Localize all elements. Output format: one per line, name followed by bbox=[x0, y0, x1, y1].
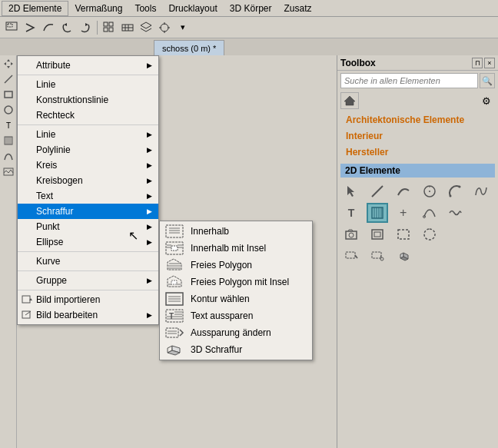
tool-spline[interactable] bbox=[470, 181, 492, 201]
svg-rect-4 bbox=[104, 22, 108, 26]
menu-item-ellipse[interactable]: Ellipse ▶ bbox=[18, 234, 158, 250]
toolbox-search-button[interactable]: 🔍 bbox=[480, 73, 495, 88]
menu-bar: 2D Elemente Vermaßung Tools Drucklayout … bbox=[0, 0, 498, 17]
bezier-icon bbox=[423, 206, 437, 220]
toolbar-btn-7[interactable] bbox=[119, 19, 136, 36]
tool-circle2[interactable] bbox=[419, 224, 440, 244]
toolbox-2d-header[interactable]: 2D Elemente bbox=[340, 164, 495, 178]
sidebar-icon-6[interactable] bbox=[2, 134, 15, 148]
tool-arc[interactable] bbox=[393, 181, 414, 201]
menu-vermabung[interactable]: Vermaßung bbox=[68, 2, 128, 15]
toolbar-btn-1[interactable] bbox=[3, 19, 20, 36]
svg-rect-81 bbox=[372, 230, 383, 239]
svg-point-88 bbox=[380, 257, 383, 261]
left-sidebar: T bbox=[0, 55, 17, 448]
toolbar-btn-5[interactable] bbox=[77, 19, 94, 36]
toolbar-btn-2[interactable] bbox=[22, 19, 38, 36]
submenu-item-innerhalb[interactable]: Innerhalb bbox=[160, 223, 312, 240]
text-aussparen-icon: T bbox=[164, 307, 184, 324]
toolbox-close-btn[interactable]: × bbox=[484, 58, 495, 68]
menu-item-konstruktionslinie[interactable]: Konstruktionslinie bbox=[18, 92, 158, 108]
submenu-item-freies-polygon[interactable]: Freies Polygon bbox=[160, 257, 312, 274]
tool-3d-box[interactable] bbox=[393, 246, 414, 266]
tool-circle[interactable] bbox=[419, 181, 440, 201]
menu-item-bild-bearbeiten[interactable]: Bild bearbeiten ▶ bbox=[18, 307, 158, 323]
menu-item-punkt[interactable]: Punkt ▶ bbox=[18, 219, 158, 234]
toolbar-btn-8[interactable] bbox=[138, 19, 154, 36]
arrow-icon-8: ▶ bbox=[147, 223, 152, 231]
sidebar-icon-4[interactable] bbox=[2, 103, 15, 117]
sidebar-icon-3[interactable] bbox=[2, 88, 15, 101]
submenu-item-innerhalb-mit-insel[interactable]: Innerhalb mit Insel bbox=[160, 240, 312, 257]
arrow-icon bbox=[24, 22, 36, 34]
toolbar-btn-3[interactable] bbox=[40, 19, 57, 36]
submenu-item-aussparung-andern[interactable]: Aussparung ändern bbox=[160, 324, 312, 341]
3d-schraffur-icon bbox=[164, 341, 184, 358]
toolbar-btn-4[interactable] bbox=[58, 19, 75, 36]
tool-arc2[interactable] bbox=[444, 181, 466, 201]
grid-icon bbox=[103, 22, 115, 34]
tool-label1[interactable] bbox=[340, 246, 362, 266]
menu-item-text[interactable]: Text ▶ bbox=[18, 188, 158, 204]
menu-item-bild-importieren[interactable]: Bild importieren bbox=[18, 292, 158, 307]
sidebar-icon-5[interactable]: T bbox=[2, 118, 15, 132]
section-architektonische[interactable]: Architektonische Elemente bbox=[340, 112, 495, 128]
menu-item-linie2[interactable]: Linie ▶ bbox=[18, 127, 158, 142]
menu-item-schraffur[interactable]: Schraffur ▶ bbox=[18, 204, 158, 219]
tool-frame[interactable] bbox=[367, 224, 388, 244]
toolbar-sep-1 bbox=[97, 21, 98, 35]
menu-drucklayout[interactable]: Drucklayout bbox=[162, 2, 223, 15]
curve2-icon bbox=[3, 151, 14, 161]
menu-item-rechteck[interactable]: Rechteck bbox=[18, 108, 158, 123]
toolbox-pin-btn[interactable]: ⊓ bbox=[472, 58, 483, 68]
sidebar-icon-7[interactable] bbox=[2, 149, 15, 163]
main-tab[interactable]: schoss (0 m) * bbox=[154, 40, 224, 55]
toolbox-gear-btn[interactable]: ⚙ bbox=[478, 92, 495, 109]
toolbar-btn-9[interactable] bbox=[156, 19, 173, 36]
menu-2d-elemente[interactable]: 2D Elemente bbox=[2, 1, 68, 16]
tool-dash-rect[interactable] bbox=[393, 224, 414, 244]
sidebar-icon-1[interactable] bbox=[2, 57, 15, 71]
tool-empty3 bbox=[470, 224, 492, 244]
svg-line-18 bbox=[5, 75, 12, 83]
submenu-item-3d-schraffur[interactable]: 3D Schraffur bbox=[160, 341, 312, 358]
tool-line[interactable] bbox=[367, 181, 388, 201]
tool-text[interactable]: T bbox=[340, 203, 362, 223]
section-interieur[interactable]: Interieur bbox=[340, 128, 495, 144]
menu-item-kurve[interactable]: Kurve bbox=[18, 254, 158, 269]
toolbox-search-input[interactable] bbox=[340, 73, 478, 88]
redo-icon bbox=[79, 22, 91, 34]
svg-rect-27 bbox=[22, 296, 30, 303]
menu-item-kreisbogen[interactable]: Kreisbogen ▶ bbox=[18, 173, 158, 188]
toolbox-title: Toolbox bbox=[340, 58, 376, 68]
menu-item-gruppe[interactable]: Gruppe ▶ bbox=[18, 273, 158, 288]
tool-label2[interactable] bbox=[367, 246, 388, 266]
tool-wave[interactable] bbox=[444, 203, 466, 223]
menu-item-linie1[interactable]: Linie bbox=[18, 77, 158, 92]
toolbox-home-btn[interactable] bbox=[340, 92, 359, 109]
tool-camera[interactable] bbox=[340, 224, 362, 244]
svg-rect-36 bbox=[171, 246, 178, 251]
tool-bezier[interactable] bbox=[419, 203, 440, 223]
menu-zusatz[interactable]: Zusatz bbox=[278, 2, 318, 15]
section-hersteller[interactable]: Hersteller bbox=[340, 144, 495, 160]
menu-item-kreis[interactable]: Kreis ▶ bbox=[18, 158, 158, 173]
camera-icon bbox=[344, 227, 358, 241]
submenu-item-kontur-wahlen[interactable]: Kontur wählen bbox=[160, 290, 312, 307]
menu-tools[interactable]: Tools bbox=[128, 2, 162, 15]
image-icon bbox=[3, 166, 14, 177]
tool-hatch[interactable] bbox=[367, 203, 388, 223]
tool-plus[interactable]: + bbox=[393, 203, 414, 223]
sidebar-icon-2[interactable] bbox=[2, 72, 15, 86]
menu-3d-korper[interactable]: 3D Körper bbox=[224, 2, 278, 15]
toolbar-btn-6[interactable] bbox=[101, 19, 118, 36]
submenu-item-freies-polygon-mit-insel[interactable]: Freies Polygon mit Insel bbox=[160, 274, 312, 290]
svg-rect-21 bbox=[5, 137, 12, 144]
submenu-item-text-aussparen[interactable]: T Text aussparen bbox=[160, 307, 312, 324]
menu-item-attribute[interactable]: Attribute ▶ bbox=[18, 58, 158, 73]
svg-rect-6 bbox=[104, 28, 108, 32]
sidebar-icon-8[interactable] bbox=[2, 164, 15, 178]
tool-pointer[interactable] bbox=[340, 181, 362, 201]
toolbar-btn-10[interactable]: ▾ bbox=[174, 19, 191, 36]
menu-item-polylinie[interactable]: Polylinie ▶ bbox=[18, 142, 158, 158]
